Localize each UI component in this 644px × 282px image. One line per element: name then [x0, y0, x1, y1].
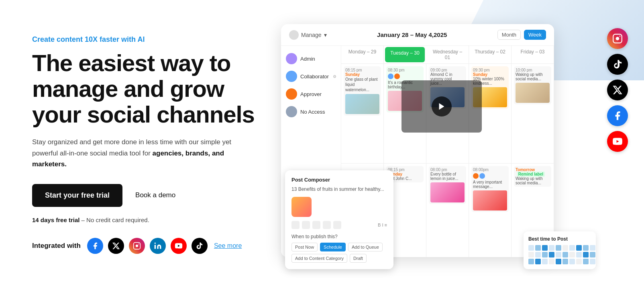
heatmap-grid	[528, 245, 591, 264]
instagram-icon[interactable]	[129, 238, 145, 254]
composer-text: 13 Benefits of fruits in summer for heal…	[291, 186, 387, 193]
tagline: Create content 10X faster with AI	[32, 35, 265, 44]
svg-point-3	[155, 243, 156, 244]
tool-1[interactable]	[291, 221, 300, 229]
heatmap-cell	[556, 259, 561, 264]
post-card: 08:00 pm Every bottle of lemon in juice.…	[429, 166, 466, 204]
x-twitter-icon[interactable]	[108, 238, 124, 254]
schedule-button[interactable]: Schedule	[320, 243, 346, 251]
role-admin[interactable]: Admin	[281, 50, 341, 67]
post-now-button[interactable]: Post Now	[291, 243, 318, 251]
week-button[interactable]: Week	[524, 30, 546, 40]
heatmap-cell	[528, 259, 534, 264]
post-card: 10:00 pm Waking up with social media...	[514, 66, 551, 104]
heatmap-cell	[590, 252, 595, 257]
toolbar-extras: B I ≡	[378, 223, 387, 227]
svg-point-7	[620, 36, 621, 37]
cell-wed-2: 08:00 pm Every bottle of lemon in juice.…	[426, 163, 469, 257]
tool-2[interactable]	[302, 221, 310, 229]
heatmap-cell	[569, 252, 575, 257]
role-label: Admin	[300, 56, 315, 62]
day-mon: Monday – 29	[341, 46, 384, 63]
month-button[interactable]: Month	[497, 30, 521, 40]
role-avatar	[286, 88, 297, 100]
day-wed: Wednesday – 01	[426, 46, 469, 63]
heatmap-cell	[576, 245, 582, 251]
category-button[interactable]: Add to Content Category	[291, 254, 347, 263]
post-card: 08:00pm A very important message...	[471, 166, 509, 212]
role-label: No Access	[300, 109, 325, 115]
manage-button[interactable]: Manage ▾	[289, 30, 327, 40]
heatmap-cell	[562, 259, 568, 264]
heatmap-cell	[562, 252, 568, 257]
manage-avatar	[289, 30, 299, 40]
heatmap-cell	[583, 252, 589, 257]
heatmap-cell	[549, 252, 554, 257]
youtube-icon[interactable]	[171, 238, 187, 254]
post-card: 08:15 pm Sunday One glass of plant liqui…	[344, 66, 381, 116]
role-avatar	[286, 106, 297, 117]
heatmap-cell	[528, 245, 534, 251]
tool-5[interactable]	[333, 221, 341, 229]
cell-mon-1: 08:15 pm Sunday One glass of plant liqui…	[341, 64, 384, 163]
queue-button[interactable]: Add to Queue	[348, 243, 383, 251]
svg-point-6	[616, 37, 620, 41]
linkedin-icon[interactable]	[150, 238, 166, 254]
hero-description: Stay organized and get more done in less…	[32, 137, 257, 170]
float-facebook-icon[interactable]	[607, 105, 628, 126]
heatmap-cell	[583, 259, 589, 264]
day-headers: Monday – 29 Tuesday – 30 Wednesday – 01 …	[341, 46, 554, 64]
heatmap-cell	[576, 259, 582, 264]
heatmap-card: Best time to Post	[524, 231, 596, 269]
svg-rect-2	[155, 245, 156, 249]
role-noaccess[interactable]: No Access	[281, 103, 341, 121]
float-x-icon[interactable]	[607, 80, 628, 100]
calendar-header: Manage ▾ January 28 – May 4,2025 Month W…	[281, 24, 554, 46]
heatmap-cell	[535, 252, 541, 257]
heatmap-cell	[562, 245, 568, 251]
heatmap-cell	[590, 245, 595, 251]
cta-buttons: Start your free trial Book a demo	[32, 184, 265, 207]
heatmap-cell	[576, 252, 582, 257]
play-icon	[437, 102, 446, 111]
heatmap-title: Best time to Post	[528, 236, 591, 242]
heatmap-cell	[535, 259, 541, 264]
svg-marker-9	[439, 103, 444, 110]
heatmap-cell	[542, 245, 548, 251]
draft-button[interactable]: Draft	[350, 254, 367, 263]
hero-right: Manage ▾ January 28 – May 4,2025 Month W…	[281, 16, 620, 273]
float-youtube-icon[interactable]	[607, 131, 628, 152]
day-tue: Tuesday – 30	[385, 47, 425, 62]
manage-chevron: ▾	[324, 32, 327, 38]
demo-button[interactable]: Book a demo	[135, 191, 175, 199]
role-approver[interactable]: Approver	[281, 85, 341, 103]
composer-toolbar: B I ≡	[291, 221, 387, 229]
role-collaborator[interactable]: Collaborator ⚙	[281, 67, 341, 85]
integrations-label: Integrated with	[32, 242, 81, 250]
heatmap-cell	[569, 259, 575, 264]
day-fri: Friday – 03	[512, 46, 554, 63]
see-more-link[interactable]: See more	[214, 242, 242, 249]
facebook-icon[interactable]	[87, 238, 103, 254]
role-label: Approver	[300, 91, 322, 97]
composer-title: Post Composer	[291, 177, 387, 183]
calendar-nav: Month Week	[497, 30, 546, 40]
float-instagram-icon[interactable]	[607, 28, 628, 49]
cell-fri-1: 10:00 pm Waking up with social media...	[512, 64, 554, 163]
trial-button[interactable]: Start your free trial	[32, 184, 122, 207]
tool-3[interactable]	[312, 221, 320, 229]
role-avatar	[286, 53, 297, 64]
tiktok-icon[interactable]	[192, 238, 208, 254]
heatmap-cell	[556, 252, 561, 257]
cell-thu-2: 08:00pm A very important message...	[469, 163, 512, 257]
heatmap-cell	[542, 259, 548, 264]
heatmap-cell	[590, 259, 595, 264]
float-tiktok-icon[interactable]	[607, 54, 628, 75]
tool-4[interactable]	[323, 221, 331, 229]
play-button[interactable]	[432, 96, 452, 116]
heatmap-cell	[535, 245, 541, 251]
publish-label: When to publish this?	[291, 234, 387, 239]
heatmap-cell	[569, 245, 575, 251]
heatmap-cell	[549, 245, 554, 251]
heatmap-cell	[549, 259, 554, 264]
